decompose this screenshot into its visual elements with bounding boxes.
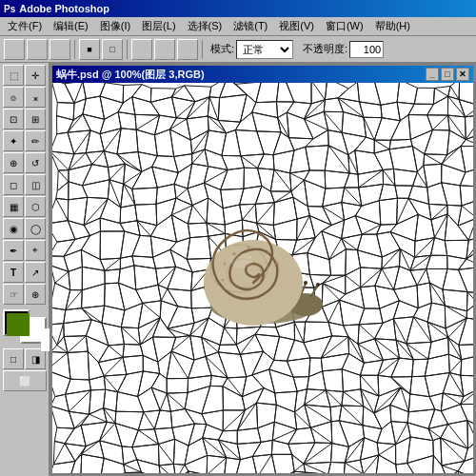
snail-image [158,202,367,354]
toolbar-btn-6[interactable] [131,39,152,60]
app-icon: Ps [4,4,15,14]
tool-slice[interactable]: ⊞ [25,109,46,129]
tool-quick-mask[interactable]: ◨ [25,348,46,369]
fg-color-fill [7,313,30,336]
svg-point-12 [275,262,279,266]
svg-point-11 [267,250,269,253]
menu-window[interactable]: 窗口(W) [320,17,369,35]
doc-minimize-btn[interactable]: _ [426,68,439,81]
menu-help[interactable]: 帮助(H) [369,17,416,35]
tool-type[interactable]: T [3,262,24,283]
toolbar-btn-7[interactable] [154,39,175,60]
toolbar-sep-2 [127,40,128,59]
app-title-bar: Ps Adobe Photoshop [0,0,476,17]
toolbar-btn-1[interactable] [4,39,25,60]
main-area: ⬚ ✛ ⌾ ⁎ ⊡ ⊞ ✦ ✏ ⊕ ↺ ◻ ◫ ▦ ⬡ ◉ ◯ [0,63,476,476]
svg-point-5 [304,281,307,285]
tool-marquee[interactable]: ⬚ [3,65,24,86]
doc-maximize-btn[interactable]: □ [441,68,454,81]
tool-bg-eraser[interactable]: ◫ [25,174,46,195]
svg-point-14 [222,279,225,282]
opacity-label: 不透明度: [303,42,347,56]
tool-dodge[interactable]: ◯ [25,218,46,239]
tool-standard-mode[interactable]: □ [3,348,24,369]
tool-freeform-pen[interactable]: ⌖ [25,240,46,261]
left-toolbar: ⬚ ✛ ⌾ ⁎ ⊡ ⊞ ✦ ✏ ⊕ ↺ ◻ ◫ ▦ ⬡ ◉ ◯ [0,63,50,476]
tool-move[interactable]: ✛ [25,65,46,86]
document-window: 蜗牛.psd @ 100%(图层 3,RGB) _ □ ✕ [51,65,474,474]
tool-brush[interactable]: ✏ [25,130,46,151]
menu-layer[interactable]: 图层(L) [136,17,181,35]
svg-point-15 [230,253,253,268]
menu-view[interactable]: 视图(V) [273,17,320,35]
canvas-container: 蜗牛.psd @ 100%(图层 3,RGB) _ □ ✕ [50,63,476,476]
toolbar-btn-8[interactable] [177,39,198,60]
tool-lasso[interactable]: ⌾ [3,87,24,108]
doc-close-btn[interactable]: ✕ [456,68,469,81]
tool-zoom[interactable]: ⊕ [25,284,46,305]
color-swatches[interactable] [3,309,47,344]
mode-label: 模式: [210,42,234,56]
options-toolbar: ■ □ 模式: 正常 溶解 变暗 不透明度: 100 [0,36,476,63]
document-canvas [52,83,473,473]
tool-blur[interactable]: ◉ [3,218,24,239]
tool-pen[interactable]: ✒ [3,240,24,261]
opacity-input[interactable]: 100 [349,41,384,58]
toolbar-btn-4[interactable]: ■ [79,39,100,60]
toolbar-btn-2[interactable] [27,39,48,60]
svg-point-4 [316,283,320,287]
tool-paint-bucket[interactable]: ⬡ [25,196,46,217]
menu-edit[interactable]: 编辑(E) [48,17,94,35]
tool-screen-mode[interactable]: ⬜ [3,370,47,391]
tool-healing[interactable]: ✦ [3,130,24,151]
menu-select[interactable]: 选择(S) [182,17,228,35]
tool-history[interactable]: ↺ [25,152,46,173]
svg-point-13 [224,263,227,266]
tool-path-select[interactable]: ↗ [25,262,46,283]
toolbar-sep-1 [74,40,75,59]
svg-point-10 [248,247,250,249]
doc-title: 蜗牛.psd @ 100%(图层 3,RGB) [56,68,426,82]
toolbar-sep-3 [202,40,203,59]
app-title: Adobe Photoshop [19,3,109,14]
menu-file[interactable]: 文件(F) [2,17,48,35]
tool-gradient[interactable]: ▦ [3,196,24,217]
mode-select[interactable]: 正常 溶解 变暗 [236,40,293,59]
toolbar-btn-3[interactable] [50,39,70,60]
tool-stamp[interactable]: ⊕ [3,152,24,173]
doc-title-bar: 蜗牛.psd @ 100%(图层 3,RGB) _ □ ✕ [52,66,473,83]
tool-hand[interactable]: ☞ [3,284,24,305]
foreground-color-swatch[interactable] [3,309,30,336]
menu-image[interactable]: 图像(I) [94,17,136,35]
menu-bar: 文件(F) 编辑(E) 图像(I) 图层(L) 选择(S) 滤镜(T) 视图(V… [0,17,476,36]
menu-filter[interactable]: 滤镜(T) [228,17,273,35]
tool-magic-wand[interactable]: ⁎ [25,87,46,108]
tool-eraser[interactable]: ◻ [3,174,24,195]
toolbar-btn-5[interactable]: □ [102,39,123,60]
tool-crop[interactable]: ⊡ [3,109,24,129]
